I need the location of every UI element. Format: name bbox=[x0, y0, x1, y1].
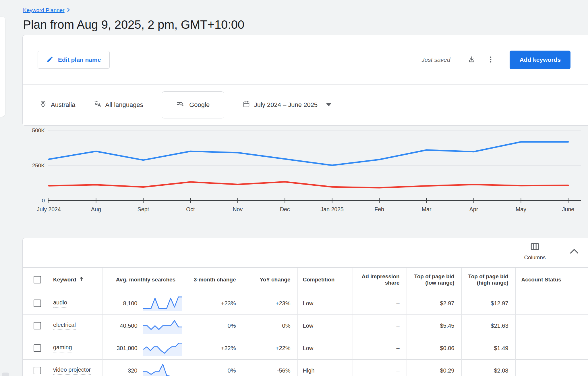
date-range-filter[interactable]: July 2024 – June 2025 bbox=[243, 100, 331, 110]
chart-series-series-blue bbox=[49, 142, 568, 166]
header-competition[interactable]: Competition bbox=[297, 268, 353, 292]
header-yoy-change[interactable]: YoY change bbox=[243, 268, 297, 292]
top-bid-high-cell: $12.97 bbox=[461, 292, 515, 314]
calendar-icon bbox=[243, 100, 250, 110]
keyword-cell: electrical bbox=[23, 314, 102, 337]
competition-cell: Low bbox=[297, 314, 353, 337]
x-axis-tick-label: June bbox=[562, 206, 574, 212]
select-all-checkbox[interactable] bbox=[34, 276, 41, 283]
top-bid-high-cell: $2.08 bbox=[461, 359, 515, 376]
x-axis-tick-label: Feb bbox=[374, 206, 384, 212]
table-row: electrical40,5000%0%Low–$5.45$21.63 bbox=[23, 314, 588, 337]
y-axis-tick-label: 0 bbox=[42, 197, 45, 204]
network-filter-label: Google bbox=[189, 101, 210, 109]
x-axis-tick-label: Oct bbox=[186, 206, 195, 212]
account-status-cell bbox=[515, 314, 588, 337]
columns-button-label: Columns bbox=[524, 254, 546, 261]
location-pin-icon bbox=[39, 100, 47, 110]
x-axis-tick-label: Mar bbox=[422, 206, 432, 212]
row-checkbox[interactable] bbox=[34, 300, 41, 307]
toolbar-divider bbox=[459, 53, 459, 66]
table-header-row: Keyword Avg. monthly searches 3-month ch… bbox=[23, 268, 588, 292]
add-keywords-button[interactable]: Add keywords bbox=[510, 51, 570, 69]
yoy-change-cell: -56% bbox=[243, 359, 297, 376]
date-range-label: July 2024 – June 2025 bbox=[254, 101, 318, 109]
language-filter[interactable]: All languages bbox=[94, 100, 143, 110]
x-axis-tick-label: Dec bbox=[280, 206, 290, 212]
header-ad-impression-share[interactable]: Ad impression share bbox=[353, 268, 407, 292]
header-3-month-change[interactable]: 3-month change bbox=[189, 268, 243, 292]
keyword-text: video projector bbox=[53, 367, 91, 375]
three-month-change-cell: 0% bbox=[189, 314, 243, 337]
location-filter-label: Australia bbox=[51, 101, 76, 109]
ad-impression-share-cell: – bbox=[353, 314, 407, 337]
account-status-cell bbox=[515, 292, 588, 314]
bottom-left-panel-corner bbox=[2, 373, 9, 376]
top-bid-low-cell: $0.06 bbox=[407, 337, 461, 359]
page-header: Keyword Planner Plan from Aug 9, 2025, 2… bbox=[23, 6, 244, 32]
trend-sparkline bbox=[142, 317, 184, 334]
download-icon bbox=[467, 55, 476, 65]
columns-icon bbox=[531, 243, 539, 252]
yoy-change-cell: +22% bbox=[243, 337, 297, 359]
pencil-icon bbox=[47, 56, 53, 64]
header-top-bid-high[interactable]: Top of page bid (high range) bbox=[461, 268, 515, 292]
table-row: gaming301,000+22%+22%Low–$0.06$1.49 bbox=[23, 337, 588, 359]
yoy-change-cell: 0% bbox=[243, 314, 297, 337]
keyword-text: audio bbox=[53, 299, 67, 308]
side-panel-edge bbox=[0, 17, 5, 117]
account-status-cell bbox=[515, 359, 588, 376]
yoy-change-cell: +23% bbox=[243, 292, 297, 314]
x-axis-tick-label: Apr bbox=[469, 206, 478, 212]
x-axis-tick-label: Jan 2025 bbox=[321, 206, 344, 212]
columns-button[interactable]: Columns bbox=[521, 243, 549, 261]
keywords-table: Keyword Avg. monthly searches 3-month ch… bbox=[23, 268, 588, 376]
header-avg-monthly-searches[interactable]: Avg. monthly searches bbox=[102, 268, 189, 292]
x-axis-tick-label: Aug bbox=[91, 206, 101, 212]
top-bid-high-cell: $1.49 bbox=[461, 337, 515, 359]
competition-cell: Low bbox=[297, 337, 353, 359]
avg-monthly-searches-value: 301,000 bbox=[117, 345, 137, 352]
keyword-cell: gaming bbox=[23, 337, 102, 359]
breadcrumb: Keyword Planner bbox=[23, 6, 244, 14]
edit-plan-name-label: Edit plan name bbox=[58, 56, 101, 63]
row-checkbox[interactable] bbox=[34, 322, 41, 329]
top-bid-high-cell: $21.63 bbox=[461, 314, 515, 337]
table-toolbar: Columns bbox=[23, 238, 588, 268]
location-filter[interactable]: Australia bbox=[39, 100, 76, 110]
keyword-cell: audio bbox=[23, 292, 102, 314]
translate-icon bbox=[94, 100, 101, 110]
network-filter[interactable]: Google bbox=[162, 91, 224, 118]
top-bid-low-cell: $5.45 bbox=[407, 314, 461, 337]
row-checkbox[interactable] bbox=[34, 367, 41, 374]
competition-cell: Low bbox=[297, 292, 353, 314]
top-bid-low-cell: $2.97 bbox=[407, 292, 461, 314]
keywords-table-card: Columns Keyword bbox=[22, 238, 588, 376]
three-month-change-cell: +23% bbox=[189, 292, 243, 314]
breadcrumb-chevron-icon bbox=[67, 7, 70, 14]
trend-sparkline bbox=[142, 362, 184, 376]
avg-monthly-searches-value: 8,100 bbox=[123, 300, 137, 307]
ad-impression-share-cell: – bbox=[353, 337, 407, 359]
more-options-button[interactable] bbox=[484, 53, 497, 66]
header-keyword[interactable]: Keyword bbox=[23, 268, 102, 292]
filter-bar: Australia All languages Google July bbox=[23, 85, 588, 125]
ad-impression-share-cell: – bbox=[353, 359, 407, 376]
header-top-bid-low[interactable]: Top of page bid (low range) bbox=[407, 268, 461, 292]
competition-cell: High bbox=[297, 359, 353, 376]
collapse-table-button[interactable] bbox=[569, 248, 580, 256]
download-button[interactable] bbox=[465, 53, 478, 66]
edit-plan-name-button[interactable]: Edit plan name bbox=[38, 51, 110, 69]
header-account-status[interactable]: Account Status bbox=[515, 268, 588, 292]
table-row: video projector3200%-56%High–$0.29$2.08 bbox=[23, 359, 588, 376]
three-month-change-cell: +22% bbox=[189, 337, 243, 359]
x-axis-tick-label: Nov bbox=[233, 206, 243, 212]
plan-toolbar: Edit plan name Just saved Add keywords bbox=[23, 35, 588, 84]
top-bid-low-cell: $0.29 bbox=[407, 359, 461, 376]
search-network-icon bbox=[176, 100, 185, 110]
chevron-up-icon bbox=[570, 250, 579, 255]
language-filter-label: All languages bbox=[105, 101, 143, 109]
x-axis-tick-label: July 2024 bbox=[37, 206, 61, 212]
breadcrumb-keyword-planner-link[interactable]: Keyword Planner bbox=[23, 7, 65, 14]
row-checkbox[interactable] bbox=[34, 344, 41, 352]
